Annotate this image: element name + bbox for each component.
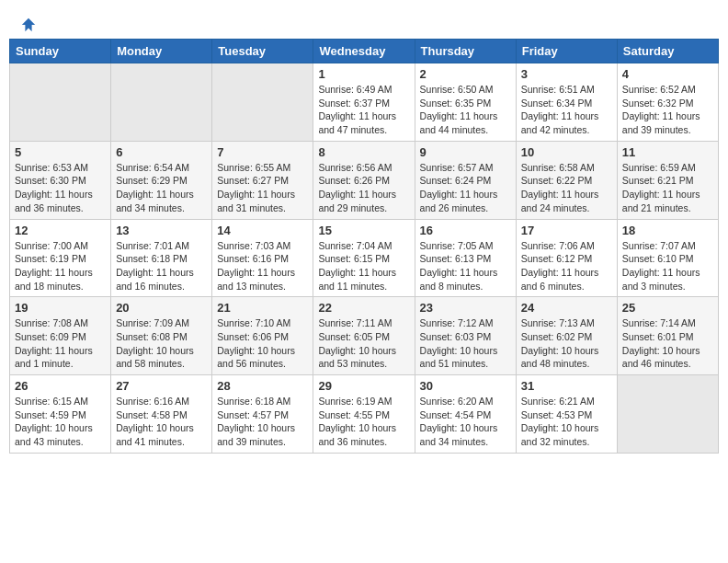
page-header (9, 9, 719, 39)
calendar-cell: 10Sunrise: 6:58 AM Sunset: 6:22 PM Dayli… (516, 141, 617, 219)
calendar-cell: 1Sunrise: 6:49 AM Sunset: 6:37 PM Daylig… (313, 63, 415, 142)
week-row-4: 19Sunrise: 7:08 AM Sunset: 6:09 PM Dayli… (10, 297, 719, 375)
day-number: 8 (318, 145, 409, 159)
day-info: Sunrise: 6:56 AM Sunset: 6:26 PM Dayligh… (318, 161, 409, 215)
day-number: 14 (217, 224, 308, 237)
calendar-cell: 23Sunrise: 7:12 AM Sunset: 6:03 PM Dayli… (415, 297, 516, 375)
day-number: 3 (521, 67, 612, 81)
day-info: Sunrise: 6:16 AM Sunset: 4:58 PM Dayligh… (116, 395, 207, 449)
day-number: 20 (116, 301, 207, 315)
day-info: Sunrise: 6:18 AM Sunset: 4:57 PM Dayligh… (217, 395, 308, 449)
day-number: 16 (420, 224, 511, 237)
day-number: 15 (318, 224, 409, 237)
day-info: Sunrise: 6:58 AM Sunset: 6:22 PM Dayligh… (521, 161, 612, 215)
week-row-3: 12Sunrise: 7:00 AM Sunset: 6:19 PM Dayli… (10, 219, 719, 297)
weekday-thursday: Thursday (415, 40, 516, 63)
calendar-cell: 27Sunrise: 6:16 AM Sunset: 4:58 PM Dayli… (111, 375, 212, 454)
calendar-cell: 2Sunrise: 6:50 AM Sunset: 6:35 PM Daylig… (415, 63, 516, 142)
calendar-cell: 26Sunrise: 6:15 AM Sunset: 4:59 PM Dayli… (10, 375, 111, 454)
calendar-cell: 24Sunrise: 7:13 AM Sunset: 6:02 PM Dayli… (516, 297, 617, 375)
day-number: 13 (116, 224, 207, 237)
day-number: 27 (116, 379, 207, 393)
day-number: 21 (217, 301, 308, 315)
calendar-cell: 11Sunrise: 6:59 AM Sunset: 6:21 PM Dayli… (617, 141, 718, 219)
calendar-cell (617, 375, 718, 454)
calendar-cell: 5Sunrise: 6:53 AM Sunset: 6:30 PM Daylig… (10, 141, 111, 219)
day-number: 11 (622, 145, 713, 159)
day-info: Sunrise: 7:09 AM Sunset: 6:08 PM Dayligh… (116, 316, 207, 371)
day-info: Sunrise: 7:06 AM Sunset: 6:12 PM Dayligh… (521, 239, 612, 293)
logo (18, 17, 37, 33)
calendar-cell: 9Sunrise: 6:57 AM Sunset: 6:24 PM Daylig… (415, 141, 516, 219)
calendar-cell: 30Sunrise: 6:20 AM Sunset: 4:54 PM Dayli… (415, 375, 516, 454)
calendar-cell: 17Sunrise: 7:06 AM Sunset: 6:12 PM Dayli… (516, 219, 617, 297)
calendar-cell: 29Sunrise: 6:19 AM Sunset: 4:55 PM Dayli… (313, 375, 415, 454)
calendar-cell: 15Sunrise: 7:04 AM Sunset: 6:15 PM Dayli… (313, 219, 415, 297)
week-row-2: 5Sunrise: 6:53 AM Sunset: 6:30 PM Daylig… (10, 141, 719, 219)
calendar-body: 1Sunrise: 6:49 AM Sunset: 6:37 PM Daylig… (10, 63, 719, 454)
day-number: 30 (420, 379, 511, 393)
day-number: 28 (217, 379, 308, 393)
day-info: Sunrise: 7:01 AM Sunset: 6:18 PM Dayligh… (116, 239, 207, 293)
weekday-friday: Friday (516, 40, 617, 63)
day-info: Sunrise: 6:54 AM Sunset: 6:29 PM Dayligh… (116, 161, 207, 215)
calendar-cell: 8Sunrise: 6:56 AM Sunset: 6:26 PM Daylig… (313, 141, 415, 219)
day-info: Sunrise: 7:07 AM Sunset: 6:10 PM Dayligh… (622, 239, 713, 293)
calendar-cell: 25Sunrise: 7:14 AM Sunset: 6:01 PM Dayli… (617, 297, 718, 375)
weekday-wednesday: Wednesday (313, 40, 415, 63)
calendar-cell: 4Sunrise: 6:52 AM Sunset: 6:32 PM Daylig… (617, 63, 718, 142)
calendar-cell: 31Sunrise: 6:21 AM Sunset: 4:53 PM Dayli… (516, 375, 617, 454)
weekday-monday: Monday (111, 40, 212, 63)
day-info: Sunrise: 6:19 AM Sunset: 4:55 PM Dayligh… (318, 395, 409, 449)
calendar-cell (111, 63, 212, 142)
day-number: 25 (622, 301, 713, 315)
day-info: Sunrise: 7:12 AM Sunset: 6:03 PM Dayligh… (420, 316, 511, 371)
day-number: 5 (15, 145, 106, 159)
day-info: Sunrise: 7:05 AM Sunset: 6:13 PM Dayligh… (420, 239, 511, 293)
day-number: 19 (15, 301, 106, 315)
day-info: Sunrise: 7:04 AM Sunset: 6:15 PM Dayligh… (318, 239, 409, 293)
calendar-cell: 7Sunrise: 6:55 AM Sunset: 6:27 PM Daylig… (212, 141, 313, 219)
calendar-cell: 28Sunrise: 6:18 AM Sunset: 4:57 PM Dayli… (212, 375, 313, 454)
day-info: Sunrise: 6:15 AM Sunset: 4:59 PM Dayligh… (15, 395, 106, 449)
calendar-cell: 14Sunrise: 7:03 AM Sunset: 6:16 PM Dayli… (212, 219, 313, 297)
day-number: 24 (521, 301, 612, 315)
day-info: Sunrise: 7:10 AM Sunset: 6:06 PM Dayligh… (217, 316, 308, 371)
day-number: 1 (318, 67, 409, 81)
day-info: Sunrise: 7:13 AM Sunset: 6:02 PM Dayligh… (521, 316, 612, 371)
calendar-cell: 13Sunrise: 7:01 AM Sunset: 6:18 PM Dayli… (111, 219, 212, 297)
weekday-sunday: Sunday (10, 40, 111, 63)
calendar-table: SundayMondayTuesdayWednesdayThursdayFrid… (9, 39, 719, 454)
week-row-5: 26Sunrise: 6:15 AM Sunset: 4:59 PM Dayli… (10, 375, 719, 454)
svg-marker-0 (22, 18, 35, 31)
day-number: 12 (15, 224, 106, 237)
day-info: Sunrise: 7:00 AM Sunset: 6:19 PM Dayligh… (15, 239, 106, 293)
day-info: Sunrise: 7:11 AM Sunset: 6:05 PM Dayligh… (318, 316, 409, 371)
day-info: Sunrise: 6:59 AM Sunset: 6:21 PM Dayligh… (622, 161, 713, 215)
day-info: Sunrise: 6:57 AM Sunset: 6:24 PM Dayligh… (420, 161, 511, 215)
day-info: Sunrise: 6:55 AM Sunset: 6:27 PM Dayligh… (217, 161, 308, 215)
weekday-tuesday: Tuesday (212, 40, 313, 63)
day-info: Sunrise: 6:20 AM Sunset: 4:54 PM Dayligh… (420, 395, 511, 449)
day-number: 23 (420, 301, 511, 315)
day-number: 31 (521, 379, 612, 393)
day-info: Sunrise: 6:51 AM Sunset: 6:34 PM Dayligh… (521, 83, 612, 137)
logo-icon (20, 17, 37, 33)
day-number: 2 (420, 67, 511, 81)
day-info: Sunrise: 7:03 AM Sunset: 6:16 PM Dayligh… (217, 239, 308, 293)
calendar-cell (10, 63, 111, 142)
day-info: Sunrise: 7:08 AM Sunset: 6:09 PM Dayligh… (15, 316, 106, 371)
day-number: 22 (318, 301, 409, 315)
calendar-cell: 6Sunrise: 6:54 AM Sunset: 6:29 PM Daylig… (111, 141, 212, 219)
day-number: 4 (622, 67, 713, 81)
week-row-1: 1Sunrise: 6:49 AM Sunset: 6:37 PM Daylig… (10, 63, 719, 142)
day-info: Sunrise: 6:49 AM Sunset: 6:37 PM Dayligh… (318, 83, 409, 137)
day-number: 17 (521, 224, 612, 237)
day-number: 6 (116, 145, 207, 159)
calendar-cell: 16Sunrise: 7:05 AM Sunset: 6:13 PM Dayli… (415, 219, 516, 297)
calendar-cell: 22Sunrise: 7:11 AM Sunset: 6:05 PM Dayli… (313, 297, 415, 375)
calendar-cell: 18Sunrise: 7:07 AM Sunset: 6:10 PM Dayli… (617, 219, 718, 297)
day-info: Sunrise: 6:53 AM Sunset: 6:30 PM Dayligh… (15, 161, 106, 215)
calendar-cell: 19Sunrise: 7:08 AM Sunset: 6:09 PM Dayli… (10, 297, 111, 375)
day-number: 9 (420, 145, 511, 159)
